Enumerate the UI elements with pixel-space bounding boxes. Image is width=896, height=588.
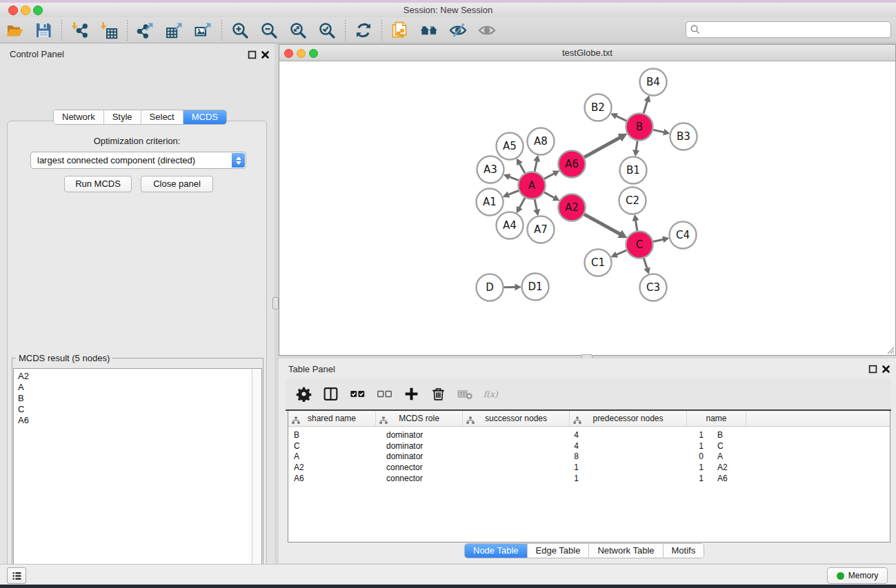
network-file-icon[interactable] [390, 21, 410, 40]
table-cell[interactable]: A [712, 451, 776, 462]
table-cell[interactable]: 1 [587, 462, 712, 473]
mcds-result-item[interactable]: C [14, 404, 261, 415]
table-row[interactable]: Adominator80A [288, 451, 890, 462]
column-header-predecessor-nodes[interactable]: predecessor nodes [570, 411, 687, 427]
table-cell[interactable]: dominator [381, 451, 472, 462]
graph-edge-C-C4[interactable] [653, 239, 664, 242]
table-cell[interactable]: A6 [712, 473, 776, 484]
table-cell[interactable]: 1 [587, 440, 712, 452]
table-cell[interactable]: A2 [712, 462, 776, 473]
column-header-shared-name[interactable]: shared name [288, 411, 376, 427]
table-row[interactable]: A6connector11A6 [288, 473, 890, 484]
mcds-result-list[interactable]: A2ABCA6 [13, 368, 262, 588]
graph-edge-C-C3[interactable] [644, 258, 647, 270]
tab-style[interactable]: Style [104, 110, 141, 124]
graph-edge-A2-C[interactable] [584, 214, 621, 234]
float-table-panel-icon[interactable] [868, 364, 877, 373]
table-cell[interactable]: 1 [587, 429, 712, 440]
table-cell[interactable]: A6 [288, 473, 381, 484]
export-table-icon[interactable] [164, 21, 185, 40]
table-cell[interactable]: 1 [472, 462, 587, 473]
save-session-icon[interactable] [33, 21, 54, 40]
hide-eye-icon[interactable] [448, 21, 468, 40]
zoom-fit-icon[interactable] [288, 21, 308, 40]
table-cell[interactable]: C [288, 440, 381, 452]
mcds-result-item[interactable]: A6 [14, 415, 261, 426]
mcds-list-scrollbar[interactable] [252, 369, 261, 588]
table-cell[interactable]: B [288, 429, 381, 440]
network-canvas[interactable]: B4B2BB3A5A8A6A3AB1A1C2A4A7A2C4CC1C3DD1 [279, 61, 894, 354]
graph-edge-B-B2[interactable] [615, 116, 627, 121]
table-cell[interactable]: 4 [472, 440, 587, 452]
show-columns-icon[interactable] [321, 385, 339, 403]
tab-edge-table[interactable]: Edge Table [528, 544, 590, 558]
graph-edge-A-A8[interactable] [535, 160, 537, 172]
table-settings-gear-icon[interactable] [295, 385, 312, 403]
table-cell[interactable]: 1 [587, 473, 712, 484]
graph-edge-A-A7[interactable] [535, 199, 537, 211]
table-cell[interactable]: B [712, 429, 776, 440]
zoom-out-icon[interactable] [259, 21, 279, 40]
close-panel-icon[interactable] [261, 50, 270, 59]
select-all-rows-icon[interactable] [348, 385, 366, 403]
table-cell[interactable]: A [288, 451, 381, 462]
table-row[interactable]: Bdominator41B [288, 429, 890, 440]
graph-edge-A-A5[interactable] [519, 163, 525, 173]
graph-edge-A-A4[interactable] [519, 198, 525, 209]
run-mcds-button[interactable]: Run MCDS [64, 176, 132, 192]
graph-edge-C-C2[interactable] [635, 219, 637, 231]
column-header-name[interactable]: name [687, 411, 746, 427]
close-panel-button[interactable]: Close panel [141, 176, 213, 192]
search-field[interactable] [686, 21, 891, 38]
table-row[interactable]: A2connector11A2 [288, 462, 890, 473]
float-panel-icon[interactable] [248, 50, 257, 59]
table-cell[interactable]: A2 [288, 462, 381, 473]
column-header-successor-nodes[interactable]: successor nodes [463, 411, 570, 427]
import-table-icon[interactable] [99, 21, 119, 40]
search-input[interactable] [703, 23, 888, 37]
mcds-result-item[interactable]: B [14, 393, 261, 404]
export-network-icon[interactable] [135, 21, 156, 40]
mcds-result-item[interactable]: A [14, 382, 261, 393]
table-cell[interactable]: connector [381, 473, 472, 484]
criterion-select[interactable]: largest connected component (directed) [30, 152, 246, 169]
resize-grip-icon[interactable] [885, 345, 895, 354]
graph-edge-B-B4[interactable] [644, 100, 648, 113]
column-header-MCDS-role[interactable]: MCDS role [376, 411, 463, 427]
tab-select[interactable]: Select [141, 110, 183, 124]
graph-edge-A-A6[interactable] [544, 173, 555, 179]
graph-edge-A-A3[interactable] [508, 176, 519, 181]
splitter-handle[interactable] [272, 297, 279, 310]
zoom-selected-icon[interactable] [317, 21, 337, 40]
close-table-panel-icon[interactable] [882, 364, 890, 373]
open-file-icon[interactable] [4, 21, 25, 40]
table-cell[interactable]: dominator [381, 429, 472, 440]
tab-network-table[interactable]: Network Table [589, 544, 663, 558]
home-icon[interactable] [419, 21, 439, 40]
memory-button[interactable]: Memory [827, 567, 888, 584]
tab-node-table[interactable]: Node Table [465, 544, 528, 558]
graph-edge-B-B1[interactable] [636, 141, 637, 151]
table-cell[interactable]: 1 [472, 473, 587, 484]
table-cell[interactable]: 0 [587, 451, 712, 462]
graph-edge-A-A2[interactable] [544, 192, 555, 199]
zoom-in-icon[interactable] [230, 21, 250, 40]
delete-columns-icon[interactable] [429, 385, 447, 403]
tab-motifs[interactable]: Motifs [664, 544, 704, 558]
tab-mcds[interactable]: MCDS [183, 110, 226, 124]
graph-edge-A6-B[interactable] [584, 137, 621, 157]
show-eye-icon[interactable] [477, 21, 497, 40]
import-network-icon[interactable] [70, 21, 90, 40]
task-history-button[interactable] [7, 567, 26, 584]
graph-edge-C-C1[interactable] [615, 250, 626, 255]
table-cell[interactable]: 8 [472, 451, 587, 462]
mcds-result-item[interactable]: A2 [14, 371, 261, 382]
graph-edge-A-A1[interactable] [508, 191, 519, 195]
tab-network[interactable]: Network [54, 110, 104, 124]
deselect-all-rows-icon[interactable] [375, 385, 393, 403]
export-image-icon[interactable] [193, 21, 214, 40]
table-cell[interactable]: 4 [472, 429, 587, 440]
table-row[interactable]: Cdominator41C [288, 440, 890, 452]
table-cell[interactable]: connector [381, 462, 472, 473]
table-cell[interactable]: C [712, 440, 776, 452]
